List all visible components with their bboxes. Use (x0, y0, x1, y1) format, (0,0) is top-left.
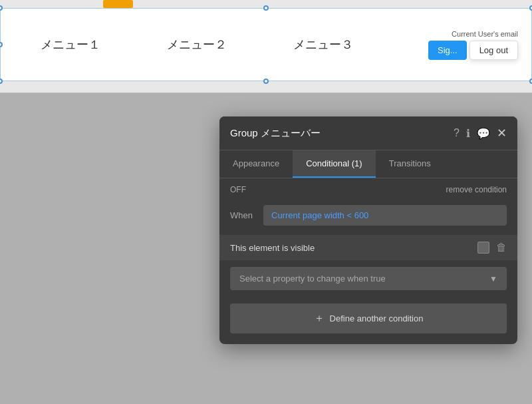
when-row: When Current page width < 600 (219, 201, 517, 235)
nav-item-3[interactable]: メニュー３ (293, 37, 353, 53)
when-label: When (230, 210, 257, 220)
top-bar-element (103, 0, 133, 8)
handle-top-left (0, 5, 3, 11)
visibility-checkbox[interactable] (477, 242, 489, 254)
handle-bottom-right (529, 79, 532, 84)
define-condition-label: Define another condition (330, 313, 424, 323)
tab-transitions[interactable]: Transitions (376, 150, 444, 178)
modal-body: OFF remove condition When Current page w… (219, 178, 517, 333)
logout-button[interactable]: Log out (469, 41, 518, 60)
chevron-down-icon: ▼ (489, 274, 497, 284)
handle-bottom-left (0, 79, 3, 84)
visibility-row: This element is visible 🗑 (219, 235, 517, 260)
nav-item-1[interactable]: メニュー１ (41, 37, 100, 53)
property-select-label: Select a property to change when true (239, 274, 386, 284)
info-icon[interactable]: ℹ (466, 127, 470, 140)
nav-items: メニュー１ メニュー２ メニュー３ (41, 37, 428, 53)
close-icon[interactable]: ✕ (497, 126, 507, 140)
condition-header: OFF remove condition (219, 178, 517, 201)
visibility-label: This element is visible (230, 243, 315, 253)
signin-button[interactable]: Sig... (428, 41, 467, 60)
modal-header: Group メニューバー ? ℹ 💬 ✕ (219, 116, 517, 150)
modal-panel: Group メニューバー ? ℹ 💬 ✕ Appearance Conditio… (219, 116, 517, 344)
handle-bottom-center (263, 79, 269, 84)
user-email: Current User's email (452, 30, 518, 38)
visibility-controls: 🗑 (477, 242, 507, 254)
tab-bar: Appearance Conditional (1) Transitions (219, 150, 517, 178)
tab-appearance[interactable]: Appearance (219, 150, 293, 178)
condition-value[interactable]: Current page width < 600 (263, 205, 507, 226)
off-label: OFF (230, 185, 246, 194)
trash-icon[interactable]: 🗑 (496, 242, 507, 254)
plus-icon: ＋ (314, 311, 325, 325)
nav-right: Current User's email Sig... Log out (428, 30, 518, 60)
property-select[interactable]: Select a property to change when true ▼ (230, 267, 507, 290)
nav-bar: メニュー１ メニュー２ メニュー３ Current User's email S… (0, 8, 532, 81)
remove-condition-button[interactable]: remove condition (446, 185, 507, 194)
modal-title: Group メニューバー (230, 127, 321, 140)
handle-top-right (529, 5, 532, 11)
modal-icon-group: ? ℹ 💬 ✕ (454, 126, 507, 140)
handle-left (0, 42, 3, 47)
canvas-area: メニュー１ メニュー２ メニュー３ Current User's email S… (0, 0, 532, 93)
comment-icon[interactable]: 💬 (477, 127, 490, 140)
nav-item-2[interactable]: メニュー２ (167, 37, 227, 53)
handle-top-center (263, 5, 269, 11)
define-condition-button[interactable]: ＋ Define another condition (230, 303, 507, 333)
nav-buttons: Sig... Log out (428, 41, 518, 60)
help-icon[interactable]: ? (454, 127, 460, 139)
tab-conditional[interactable]: Conditional (1) (293, 150, 376, 178)
